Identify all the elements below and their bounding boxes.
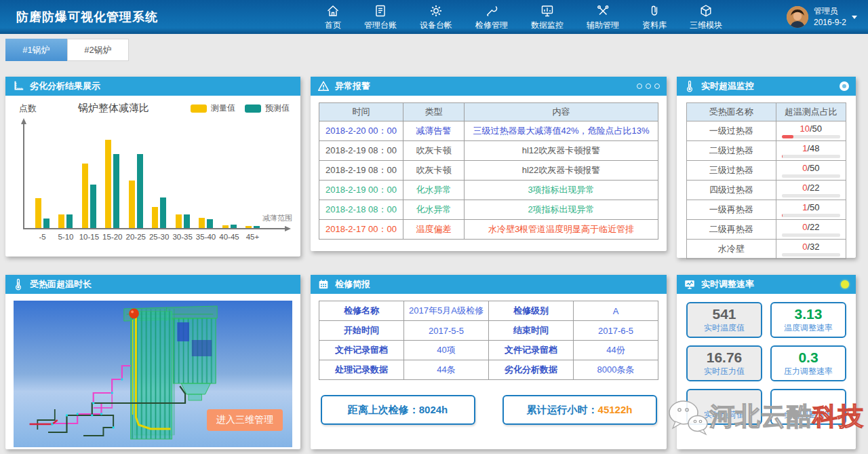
overtemp-progress <box>782 233 840 237</box>
nav-item-gear[interactable]: 设备台帐 <box>420 3 452 31</box>
surface-name: 一级再热器 <box>687 200 776 220</box>
rate-label: 压力调整速率 <box>784 366 833 377</box>
bar-category-label: 10-15 <box>79 233 99 241</box>
chart-bars: -5 5-10 10-15 15-20 20-25 25-30 <box>35 123 260 228</box>
surface-name: 二级过热器 <box>687 141 776 161</box>
since-last-maintenance-button[interactable]: 距离上次检修：8024h <box>321 395 475 425</box>
status-indicator-dot <box>841 280 849 288</box>
calendar-icon <box>317 278 330 290</box>
tab-boiler-2[interactable]: #2锅炉 <box>67 39 129 61</box>
bar-measured <box>152 207 158 228</box>
bar-predicted <box>90 185 96 228</box>
paperclip-icon <box>647 3 662 18</box>
rate-card: 实时负荷值 <box>686 389 762 425</box>
nav-item-home[interactable]: 首页 <box>325 3 341 31</box>
surface-name: 四级过热器 <box>687 181 776 200</box>
overtemp-table: 受热面名称 超温测点占比 一级过热器 10/50 二级过热器 1/48 三级过热… <box>686 102 846 259</box>
app-title: 防磨防爆可视化管理系统 <box>16 9 158 25</box>
total-running-hours-button[interactable]: 累计运行小时：45122h <box>502 395 657 425</box>
panel-realtime-overtemp: 实时超温监控 受热面名称 超温测点占比 一级过热器 10/50 二级过热器 1/… <box>677 77 856 258</box>
alarm-type: 吹灰卡顿 <box>403 161 465 181</box>
alarm-row: 2018-2-19 08：00 吹灰卡顿 hl22吹灰器卡顿报警 <box>319 161 658 181</box>
maintenance-label: 结束时间 <box>489 321 574 341</box>
button-value: 8024h <box>419 404 448 415</box>
bar-group: 25-30 <box>152 123 166 228</box>
ledger-icon <box>373 3 388 18</box>
avatar <box>787 6 808 28</box>
bar-measured <box>199 218 205 228</box>
nav-label: 数据监控 <box>531 20 564 31</box>
alarm-type: 温度偏差 <box>403 220 465 240</box>
maintenance-label: 检修级别 <box>489 301 574 321</box>
bar-predicted <box>137 154 143 228</box>
legend-swatch <box>191 105 207 113</box>
nav-item-paperclip[interactable]: 资料库 <box>642 3 667 31</box>
maintenance-value: 44条 <box>404 360 489 380</box>
alarm-header-row: 时间 类型 内容 <box>319 103 658 121</box>
overtemp-progress <box>782 174 840 178</box>
chart-title: 锅炉整体减薄比 <box>37 102 191 115</box>
maintenance-row: 文件记录留档40项文件记录留档44份 <box>319 341 658 360</box>
surface-name: 二级再热器 <box>687 220 776 240</box>
button-label: 距离上次检修： <box>348 404 419 415</box>
boiler-3d-viewport[interactable]: 进入三维管理 <box>14 301 292 447</box>
bar-category-label: 40-45 <box>219 233 239 241</box>
nav-label: 资料库 <box>642 20 667 31</box>
nav-item-tools[interactable]: 辅助管理 <box>587 3 619 31</box>
nav-label: 三维模块 <box>690 20 722 31</box>
panel-title: 检修简报 <box>335 278 370 290</box>
nav-item-wrench[interactable]: 检修管理 <box>475 3 508 31</box>
maintenance-value: A <box>574 301 658 321</box>
user-block[interactable]: 管理员 2016-9-2 <box>787 5 857 29</box>
maintenance-value: 2017-5-5 <box>404 321 489 341</box>
maintenance-value: 2017-6-5 <box>574 321 658 341</box>
alarm-row: 2018-2-20 00：00 减薄告警 三级过热器最大减薄值42%，危险点占比… <box>319 121 658 141</box>
thinning-ratio-chart: -5 5-10 10-15 15-20 20-25 25-30 <box>12 115 295 248</box>
rate-value: 16.76 <box>707 349 743 366</box>
rate-card: 0.3 压力调整速率 <box>770 345 846 381</box>
legend-label: 预测值 <box>265 102 290 114</box>
rate-value: 0.3 <box>798 349 818 366</box>
panel-degradation-analysis: 劣化分析结果展示 点数 锅炉整体减薄比 测量值 预测值 -5 5-10 1 <box>5 77 300 257</box>
tools-icon <box>595 3 610 18</box>
tab-boiler-1[interactable]: #1锅炉 <box>5 39 67 61</box>
overtemp-row: 二级过热器 1/48 <box>687 141 846 161</box>
alarm-rows: 2018-2-20 00：00 减薄告警 三级过热器最大减薄值42%，危险点占比… <box>319 121 658 240</box>
surface-name: 一级过热器 <box>687 121 776 141</box>
bar-predicted <box>43 219 50 228</box>
boiler-tab-bar: #1锅炉#2锅炉 <box>5 39 129 61</box>
bar-measured <box>35 198 41 228</box>
overtemp-row: 三级过热器 0/50 <box>687 161 846 181</box>
nav-item-cube[interactable]: 三维模块 <box>690 3 722 31</box>
maintenance-label: 检修名称 <box>319 301 404 321</box>
enter-3d-management-button[interactable]: 进入三维管理 <box>207 409 283 431</box>
overtemp-header-row: 受热面名称 超温测点占比 <box>687 103 846 121</box>
alarm-time: 2018-2-19 08：00 <box>319 141 403 161</box>
panel-overtemp-duration: 受热面超温时长 <box>5 275 300 449</box>
rate-label: 负荷调整速率 <box>784 409 833 421</box>
more-options-dots[interactable] <box>637 83 660 89</box>
alarm-time: 2018-2-17 00：00 <box>319 220 403 240</box>
bar-measured <box>245 226 252 228</box>
panel-title: 实时超温监控 <box>701 80 754 92</box>
bar-category-label: 20-25 <box>126 233 146 241</box>
status-indicator-dot <box>840 81 849 91</box>
column-header-ratio: 超温测点占比 <box>776 103 846 121</box>
chart-xlabel: 减薄范围 <box>262 213 292 223</box>
overtemp-row: 一级再热器 1/50 <box>687 200 846 220</box>
bar-category-label: -5 <box>39 233 45 241</box>
overtemp-row: 四级过热器 0/22 <box>687 181 846 200</box>
warning-triangle-icon <box>317 80 330 92</box>
y-axis <box>23 121 24 229</box>
overtemp-rows: 一级过热器 10/50 二级过热器 1/48 三级过热器 0/50 四级过热器 <box>687 121 846 259</box>
bar-group: 5-10 <box>58 123 73 228</box>
alarm-content: hl22吹灰器卡顿报警 <box>465 161 658 181</box>
bar-group: 35-40 <box>199 123 213 228</box>
bar-measured <box>176 214 182 228</box>
nav-item-ledger[interactable]: 管理台账 <box>364 3 397 31</box>
nav-item-monitor[interactable]: 数据监控 <box>531 3 564 31</box>
bar-predicted <box>254 226 260 228</box>
bar-predicted <box>231 225 237 228</box>
overtemp-ratio: 0/32 <box>782 242 840 252</box>
bar-measured <box>129 181 135 228</box>
